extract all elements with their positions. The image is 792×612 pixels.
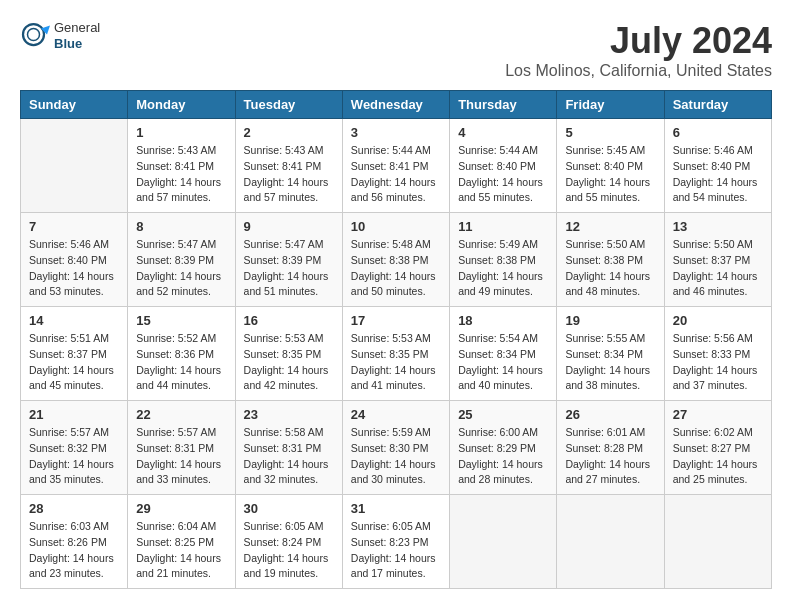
day-info: Sunrise: 5:44 AM Sunset: 8:41 PM Dayligh… bbox=[351, 143, 441, 206]
day-info: Sunrise: 5:45 AM Sunset: 8:40 PM Dayligh… bbox=[565, 143, 655, 206]
day-number: 10 bbox=[351, 219, 441, 234]
calendar-cell: 27Sunrise: 6:02 AM Sunset: 8:27 PM Dayli… bbox=[664, 401, 771, 495]
calendar-cell: 6Sunrise: 5:46 AM Sunset: 8:40 PM Daylig… bbox=[664, 119, 771, 213]
calendar-cell: 9Sunrise: 5:47 AM Sunset: 8:39 PM Daylig… bbox=[235, 213, 342, 307]
calendar-cell: 14Sunrise: 5:51 AM Sunset: 8:37 PM Dayli… bbox=[21, 307, 128, 401]
week-row-5: 28Sunrise: 6:03 AM Sunset: 8:26 PM Dayli… bbox=[21, 495, 772, 589]
day-number: 29 bbox=[136, 501, 226, 516]
day-info: Sunrise: 6:01 AM Sunset: 8:28 PM Dayligh… bbox=[565, 425, 655, 488]
day-number: 27 bbox=[673, 407, 763, 422]
calendar-cell: 3Sunrise: 5:44 AM Sunset: 8:41 PM Daylig… bbox=[342, 119, 449, 213]
day-number: 7 bbox=[29, 219, 119, 234]
day-number: 16 bbox=[244, 313, 334, 328]
calendar-cell: 10Sunrise: 5:48 AM Sunset: 8:38 PM Dayli… bbox=[342, 213, 449, 307]
title-section: July 2024 Los Molinos, California, Unite… bbox=[505, 20, 772, 80]
calendar-cell: 26Sunrise: 6:01 AM Sunset: 8:28 PM Dayli… bbox=[557, 401, 664, 495]
day-number: 8 bbox=[136, 219, 226, 234]
day-number: 2 bbox=[244, 125, 334, 140]
calendar-cell: 21Sunrise: 5:57 AM Sunset: 8:32 PM Dayli… bbox=[21, 401, 128, 495]
calendar-cell: 23Sunrise: 5:58 AM Sunset: 8:31 PM Dayli… bbox=[235, 401, 342, 495]
week-row-4: 21Sunrise: 5:57 AM Sunset: 8:32 PM Dayli… bbox=[21, 401, 772, 495]
day-info: Sunrise: 5:57 AM Sunset: 8:31 PM Dayligh… bbox=[136, 425, 226, 488]
day-number: 25 bbox=[458, 407, 548, 422]
day-info: Sunrise: 5:49 AM Sunset: 8:38 PM Dayligh… bbox=[458, 237, 548, 300]
calendar-cell bbox=[664, 495, 771, 589]
calendar-cell: 16Sunrise: 5:53 AM Sunset: 8:35 PM Dayli… bbox=[235, 307, 342, 401]
day-info: Sunrise: 5:43 AM Sunset: 8:41 PM Dayligh… bbox=[136, 143, 226, 206]
calendar-cell: 8Sunrise: 5:47 AM Sunset: 8:39 PM Daylig… bbox=[128, 213, 235, 307]
day-info: Sunrise: 5:55 AM Sunset: 8:34 PM Dayligh… bbox=[565, 331, 655, 394]
logo-text: General Blue bbox=[54, 20, 100, 51]
day-info: Sunrise: 6:05 AM Sunset: 8:24 PM Dayligh… bbox=[244, 519, 334, 582]
day-number: 11 bbox=[458, 219, 548, 234]
calendar-header-monday: Monday bbox=[128, 91, 235, 119]
day-info: Sunrise: 5:46 AM Sunset: 8:40 PM Dayligh… bbox=[29, 237, 119, 300]
day-number: 22 bbox=[136, 407, 226, 422]
day-number: 9 bbox=[244, 219, 334, 234]
calendar-cell: 22Sunrise: 5:57 AM Sunset: 8:31 PM Dayli… bbox=[128, 401, 235, 495]
day-info: Sunrise: 5:51 AM Sunset: 8:37 PM Dayligh… bbox=[29, 331, 119, 394]
day-info: Sunrise: 5:43 AM Sunset: 8:41 PM Dayligh… bbox=[244, 143, 334, 206]
calendar-cell: 25Sunrise: 6:00 AM Sunset: 8:29 PM Dayli… bbox=[450, 401, 557, 495]
day-info: Sunrise: 5:52 AM Sunset: 8:36 PM Dayligh… bbox=[136, 331, 226, 394]
calendar-header-saturday: Saturday bbox=[664, 91, 771, 119]
calendar-cell: 5Sunrise: 5:45 AM Sunset: 8:40 PM Daylig… bbox=[557, 119, 664, 213]
logo-line2: Blue bbox=[54, 36, 100, 52]
day-number: 6 bbox=[673, 125, 763, 140]
day-info: Sunrise: 5:46 AM Sunset: 8:40 PM Dayligh… bbox=[673, 143, 763, 206]
page-subtitle: Los Molinos, California, United States bbox=[505, 62, 772, 80]
day-number: 4 bbox=[458, 125, 548, 140]
day-info: Sunrise: 5:50 AM Sunset: 8:38 PM Dayligh… bbox=[565, 237, 655, 300]
day-info: Sunrise: 5:47 AM Sunset: 8:39 PM Dayligh… bbox=[244, 237, 334, 300]
day-info: Sunrise: 5:50 AM Sunset: 8:37 PM Dayligh… bbox=[673, 237, 763, 300]
day-info: Sunrise: 5:44 AM Sunset: 8:40 PM Dayligh… bbox=[458, 143, 548, 206]
day-info: Sunrise: 5:56 AM Sunset: 8:33 PM Dayligh… bbox=[673, 331, 763, 394]
page-title: July 2024 bbox=[505, 20, 772, 62]
calendar-header-wednesday: Wednesday bbox=[342, 91, 449, 119]
day-number: 5 bbox=[565, 125, 655, 140]
logo-icon bbox=[20, 21, 50, 51]
calendar-cell: 30Sunrise: 6:05 AM Sunset: 8:24 PM Dayli… bbox=[235, 495, 342, 589]
calendar-cell: 4Sunrise: 5:44 AM Sunset: 8:40 PM Daylig… bbox=[450, 119, 557, 213]
calendar-header-friday: Friday bbox=[557, 91, 664, 119]
day-number: 13 bbox=[673, 219, 763, 234]
calendar: SundayMondayTuesdayWednesdayThursdayFrid… bbox=[20, 90, 772, 589]
calendar-cell bbox=[21, 119, 128, 213]
day-info: Sunrise: 5:53 AM Sunset: 8:35 PM Dayligh… bbox=[244, 331, 334, 394]
calendar-cell: 24Sunrise: 5:59 AM Sunset: 8:30 PM Dayli… bbox=[342, 401, 449, 495]
calendar-cell: 20Sunrise: 5:56 AM Sunset: 8:33 PM Dayli… bbox=[664, 307, 771, 401]
day-number: 30 bbox=[244, 501, 334, 516]
logo: General Blue bbox=[20, 20, 100, 51]
calendar-cell: 13Sunrise: 5:50 AM Sunset: 8:37 PM Dayli… bbox=[664, 213, 771, 307]
calendar-cell: 7Sunrise: 5:46 AM Sunset: 8:40 PM Daylig… bbox=[21, 213, 128, 307]
svg-point-1 bbox=[28, 28, 40, 40]
day-number: 17 bbox=[351, 313, 441, 328]
svg-point-0 bbox=[23, 24, 44, 45]
calendar-header-sunday: Sunday bbox=[21, 91, 128, 119]
day-number: 3 bbox=[351, 125, 441, 140]
day-info: Sunrise: 5:57 AM Sunset: 8:32 PM Dayligh… bbox=[29, 425, 119, 488]
calendar-cell: 1Sunrise: 5:43 AM Sunset: 8:41 PM Daylig… bbox=[128, 119, 235, 213]
calendar-cell: 11Sunrise: 5:49 AM Sunset: 8:38 PM Dayli… bbox=[450, 213, 557, 307]
calendar-cell: 19Sunrise: 5:55 AM Sunset: 8:34 PM Dayli… bbox=[557, 307, 664, 401]
week-row-2: 7Sunrise: 5:46 AM Sunset: 8:40 PM Daylig… bbox=[21, 213, 772, 307]
day-number: 14 bbox=[29, 313, 119, 328]
calendar-header-thursday: Thursday bbox=[450, 91, 557, 119]
calendar-cell: 28Sunrise: 6:03 AM Sunset: 8:26 PM Dayli… bbox=[21, 495, 128, 589]
logo-line1: General bbox=[54, 20, 100, 36]
day-info: Sunrise: 5:47 AM Sunset: 8:39 PM Dayligh… bbox=[136, 237, 226, 300]
day-number: 19 bbox=[565, 313, 655, 328]
day-info: Sunrise: 5:54 AM Sunset: 8:34 PM Dayligh… bbox=[458, 331, 548, 394]
day-info: Sunrise: 6:03 AM Sunset: 8:26 PM Dayligh… bbox=[29, 519, 119, 582]
calendar-cell: 31Sunrise: 6:05 AM Sunset: 8:23 PM Dayli… bbox=[342, 495, 449, 589]
calendar-cell: 17Sunrise: 5:53 AM Sunset: 8:35 PM Dayli… bbox=[342, 307, 449, 401]
day-number: 15 bbox=[136, 313, 226, 328]
header: General Blue July 2024 Los Molinos, Cali… bbox=[20, 20, 772, 80]
day-number: 20 bbox=[673, 313, 763, 328]
calendar-cell: 29Sunrise: 6:04 AM Sunset: 8:25 PM Dayli… bbox=[128, 495, 235, 589]
calendar-cell bbox=[557, 495, 664, 589]
day-number: 28 bbox=[29, 501, 119, 516]
day-number: 23 bbox=[244, 407, 334, 422]
day-number: 1 bbox=[136, 125, 226, 140]
day-info: Sunrise: 5:53 AM Sunset: 8:35 PM Dayligh… bbox=[351, 331, 441, 394]
